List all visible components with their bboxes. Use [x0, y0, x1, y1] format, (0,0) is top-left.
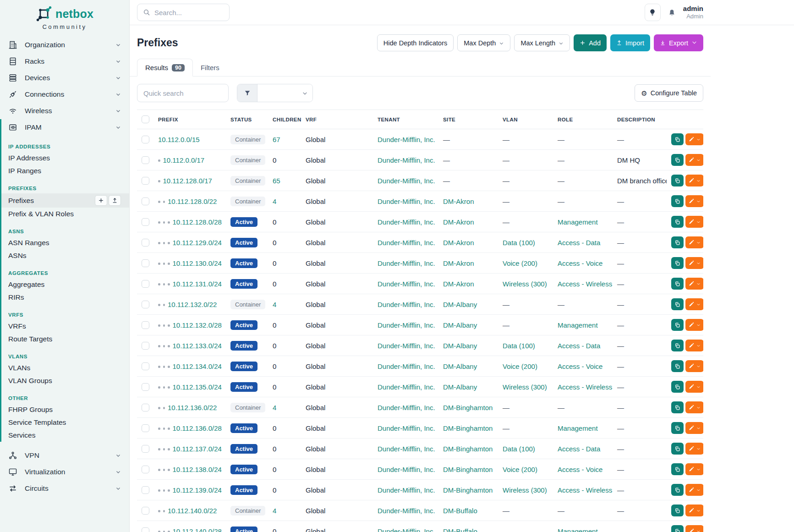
vlan-link[interactable]: Wireless (300) — [503, 486, 547, 494]
prefix-link[interactable]: 10.112.138.0/24 — [173, 466, 222, 473]
children-count-link[interactable]: 4 — [273, 197, 276, 205]
row-checkbox[interactable] — [142, 445, 149, 453]
sidebar-item-vrfs[interactable]: VRFs — [1, 320, 129, 333]
site-link[interactable]: DM-Binghamton — [443, 486, 493, 494]
copy-button[interactable] — [671, 216, 684, 228]
edit-button[interactable] — [685, 381, 703, 393]
sidebar-item-asns[interactable]: ASNs — [1, 249, 129, 262]
copy-button[interactable] — [671, 360, 684, 372]
row-checkbox[interactable] — [142, 383, 149, 391]
prefix-link[interactable]: 10.112.133.0/24 — [173, 342, 222, 350]
copy-button[interactable] — [671, 298, 684, 310]
prefix-link[interactable]: 10.112.128.0/17 — [163, 177, 212, 185]
role-link[interactable]: Access - Wireless — [558, 486, 612, 494]
search-input[interactable] — [154, 9, 219, 16]
funnel-icon[interactable] — [237, 84, 257, 102]
prefix-link[interactable]: 10.112.128.0/28 — [173, 218, 222, 226]
copy-button[interactable] — [671, 484, 684, 496]
quick-search-input[interactable] — [137, 84, 229, 102]
site-link[interactable]: DM-Akron — [443, 197, 474, 205]
prefix-link[interactable]: 10.112.0.0/17 — [163, 156, 205, 164]
edit-button[interactable] — [685, 401, 703, 413]
site-link[interactable]: DM-Albany — [443, 342, 477, 350]
children-count-link[interactable]: 4 — [273, 301, 276, 308]
row-checkbox[interactable] — [142, 342, 149, 350]
role-link[interactable]: Management — [558, 527, 598, 532]
prefix-link[interactable]: 10.112.135.0/24 — [173, 383, 222, 391]
vlan-link[interactable]: Wireless (300) — [503, 280, 547, 288]
row-checkbox[interactable] — [142, 362, 149, 370]
edit-button[interactable] — [685, 319, 703, 331]
role-link[interactable]: Access - Voice — [558, 259, 602, 267]
tab-filters[interactable]: Filters — [193, 59, 227, 76]
sidebar-item-prefix-vlan-roles[interactable]: Prefix & VLAN Roles — [1, 208, 129, 220]
role-link[interactable]: Access - Wireless — [558, 383, 612, 391]
row-checkbox[interactable] — [142, 321, 149, 329]
row-checkbox[interactable] — [142, 466, 149, 473]
row-checkbox[interactable] — [142, 527, 149, 532]
row-checkbox[interactable] — [142, 259, 149, 267]
site-link[interactable]: DM-Buffalo — [443, 507, 477, 515]
tenant-link[interactable]: Dunder-Mifflin, Inc. — [378, 527, 435, 532]
sidebar-item-asn-ranges[interactable]: ASN Ranges — [1, 236, 129, 249]
sidebar-item-wireless[interactable]: Wireless — [0, 103, 129, 119]
saved-filter-select[interactable] — [237, 84, 313, 102]
sidebar-item-fhrp-groups[interactable]: FHRP Groups — [1, 403, 129, 416]
tenant-link[interactable]: Dunder-Mifflin, Inc. — [378, 280, 435, 288]
edit-button[interactable] — [685, 484, 703, 496]
site-link[interactable]: DM-Albany — [443, 383, 477, 391]
add-prefix-button[interactable] — [95, 195, 107, 206]
edit-button[interactable] — [685, 443, 703, 455]
select-all-checkbox[interactable] — [142, 115, 149, 123]
prefix-link[interactable]: 10.112.132.0/28 — [173, 321, 222, 329]
sidebar-item-rirs[interactable]: RIRs — [1, 291, 129, 304]
copy-button[interactable] — [671, 319, 684, 331]
copy-button[interactable] — [671, 154, 684, 166]
site-link[interactable]: DM-Buffalo — [443, 527, 477, 532]
tenant-link[interactable]: Dunder-Mifflin, Inc. — [378, 424, 435, 432]
sidebar-item-vlan-groups[interactable]: VLAN Groups — [1, 374, 129, 387]
edit-button[interactable] — [685, 154, 703, 166]
copy-button[interactable] — [671, 443, 684, 455]
tenant-link[interactable]: Dunder-Mifflin, Inc. — [378, 404, 435, 411]
prefix-link[interactable]: 10.112.140.0/22 — [168, 507, 217, 515]
role-link[interactable]: Access - Voice — [558, 466, 602, 473]
sidebar-item-route-targets[interactable]: Route Targets — [1, 333, 129, 346]
role-link[interactable]: Access - Data — [558, 445, 600, 453]
edit-button[interactable] — [685, 298, 703, 310]
prefix-link[interactable]: 10.112.132.0/22 — [168, 301, 217, 308]
bell-icon[interactable] — [668, 8, 676, 17]
tenant-link[interactable]: Dunder-Mifflin, Inc. — [378, 177, 435, 185]
tenant-link[interactable]: Dunder-Mifflin, Inc. — [378, 259, 435, 267]
prefix-link[interactable]: 10.112.134.0/24 — [173, 362, 222, 370]
role-link[interactable]: Management — [558, 321, 598, 329]
sidebar-item-services[interactable]: Services — [1, 429, 129, 442]
prefix-link[interactable]: 10.112.0.0/15 — [158, 136, 200, 143]
children-count-link[interactable]: 4 — [273, 404, 276, 411]
column-header-children[interactable]: CHILDREN — [268, 110, 301, 129]
site-link[interactable]: DM-Albany — [443, 321, 477, 329]
sidebar-item-service-templates[interactable]: Service Templates — [1, 416, 129, 429]
edit-button[interactable] — [685, 133, 703, 145]
export-dropdown[interactable]: Export — [654, 34, 703, 51]
sidebar-item-aggregates[interactable]: Aggregates — [1, 278, 129, 291]
column-header-prefix[interactable]: PREFIX — [153, 110, 226, 129]
sidebar-item-virtualization[interactable]: Virtualization — [0, 464, 129, 480]
prefix-link[interactable]: 10.112.136.0/28 — [173, 424, 222, 432]
row-checkbox[interactable] — [142, 156, 149, 164]
tenant-link[interactable]: Dunder-Mifflin, Inc. — [378, 321, 435, 329]
sidebar-item-ip-ranges[interactable]: IP Ranges — [1, 165, 129, 177]
column-header-tenant[interactable]: TENANT — [373, 110, 438, 129]
prefix-link[interactable]: 10.112.140.0/28 — [173, 527, 222, 532]
site-link[interactable]: DM-Binghamton — [443, 424, 493, 432]
role-link[interactable]: Management — [558, 424, 598, 432]
vlan-link[interactable]: Wireless (300) — [503, 383, 547, 391]
copy-button[interactable] — [671, 463, 684, 475]
sidebar-item-organization[interactable]: Organization — [0, 37, 129, 53]
row-checkbox[interactable] — [142, 280, 149, 288]
copy-button[interactable] — [671, 525, 684, 532]
children-count-link[interactable]: 4 — [273, 507, 276, 515]
site-link[interactable]: DM-Albany — [443, 301, 477, 308]
site-link[interactable]: DM-Binghamton — [443, 445, 493, 453]
edit-button[interactable] — [685, 278, 703, 290]
